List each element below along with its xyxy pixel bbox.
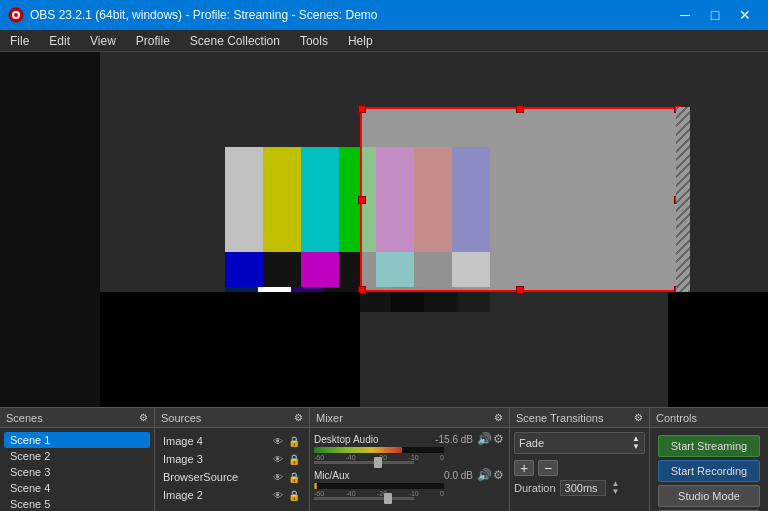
- scenes-header: Scenes ⚙: [0, 408, 154, 428]
- source-item-browsersource[interactable]: BrowserSource 👁 🔒: [159, 468, 305, 486]
- resize-handle-tl[interactable]: [358, 105, 366, 113]
- duration-value[interactable]: 300ms: [560, 480, 606, 496]
- transitions-header: Scene Transitions ⚙: [510, 408, 649, 428]
- resize-handle-tm[interactable]: [516, 105, 524, 113]
- mixer-mic-ticks: -60 -40 -20 -10 0: [314, 490, 444, 497]
- mixer-channel-mic: Mic/Aux 0.0 dB 🔊 ⚙ -60 -40 -20 -10 0: [314, 468, 505, 500]
- source-lock-icon-image3[interactable]: 🔒: [287, 452, 301, 466]
- mixer-desktop-mute[interactable]: 🔊: [477, 432, 491, 446]
- controls-label: Controls: [656, 412, 697, 424]
- transition-add-button[interactable]: +: [514, 460, 534, 476]
- transition-remove-button[interactable]: −: [538, 460, 558, 476]
- scene-item-4[interactable]: Scene 4: [4, 480, 150, 496]
- mixer-mic-mute[interactable]: 🔊: [477, 468, 491, 482]
- scene-item-5[interactable]: Scene 5: [4, 496, 150, 511]
- transitions-config-icon[interactable]: ⚙: [634, 412, 643, 423]
- fade-select[interactable]: Fade ▲ ▼: [514, 432, 645, 454]
- mixer-desktop-settings[interactable]: ⚙: [491, 432, 505, 446]
- scenes-panel: Scenes ⚙ Scene 1 Scene 2 Scene 3 Scene 4…: [0, 408, 155, 511]
- studio-mode-button[interactable]: Studio Mode: [658, 485, 760, 507]
- duration-arrows: ▲ ▼: [612, 480, 620, 496]
- source-eye-icon-image2[interactable]: 👁: [271, 488, 285, 502]
- close-button[interactable]: ✕: [730, 0, 760, 30]
- mixer-desktop-slider[interactable]: [314, 461, 414, 464]
- mixer-desktop-name: Desktop Audio: [314, 434, 435, 445]
- mixer-desktop-thumb[interactable]: [374, 457, 382, 468]
- mixer-config-icon[interactable]: ⚙: [494, 412, 503, 423]
- mixer-panel: Mixer ⚙ Desktop Audio -15.6 dB 🔊 ⚙ -60 -…: [310, 408, 510, 511]
- mixer-mic-db: 0.0 dB: [444, 470, 473, 481]
- source-item-image2[interactable]: Image 2 👁 🔒: [159, 486, 305, 504]
- menubar: File Edit View Profile Scene Collection …: [0, 30, 768, 52]
- resize-handle-ml[interactable]: [358, 196, 366, 204]
- sources-list: Image 4 👁 🔒 Image 3 👁 🔒 BrowserSource 👁 …: [155, 428, 309, 511]
- transitions-label: Scene Transitions: [516, 412, 603, 424]
- source-eye-icon-image3[interactable]: 👁: [271, 452, 285, 466]
- minimize-button[interactable]: ─: [670, 0, 700, 30]
- sources-config-icon[interactable]: ⚙: [294, 412, 303, 423]
- mixer-mic-thumb[interactable]: [384, 493, 392, 504]
- mixer-channel-desktop: Desktop Audio -15.6 dB 🔊 ⚙ -60 -40 -20 -…: [314, 432, 505, 464]
- black-bottom: [100, 292, 360, 407]
- scenes-list: Scene 1 Scene 2 Scene 3 Scene 4 Scene 5 …: [0, 428, 154, 511]
- controls-panel: Controls Start Streaming Start Recording…: [650, 408, 768, 511]
- mixer-content: Desktop Audio -15.6 dB 🔊 ⚙ -60 -40 -20 -…: [310, 428, 509, 511]
- resize-handle-bm[interactable]: [516, 286, 524, 294]
- bottom-panel: Scenes ⚙ Scene 1 Scene 2 Scene 3 Scene 4…: [0, 407, 768, 511]
- source-eye-icon-image4[interactable]: 👁: [271, 434, 285, 448]
- mixer-mic-meter-fill: [314, 483, 317, 489]
- source-eye-icon-browsersource[interactable]: 👁: [271, 470, 285, 484]
- menu-profile[interactable]: Profile: [126, 30, 180, 52]
- menu-scene-collection[interactable]: Scene Collection: [180, 30, 290, 52]
- menu-help[interactable]: Help: [338, 30, 383, 52]
- menu-tools[interactable]: Tools: [290, 30, 338, 52]
- scene-item-2[interactable]: Scene 2: [4, 448, 150, 464]
- mixer-mic-name: Mic/Aux: [314, 470, 444, 481]
- start-recording-button[interactable]: Start Recording: [658, 460, 760, 482]
- menu-file[interactable]: File: [0, 30, 39, 52]
- app-icon: [8, 7, 24, 23]
- menu-edit[interactable]: Edit: [39, 30, 80, 52]
- mixer-mic-settings[interactable]: ⚙: [491, 468, 505, 482]
- duration-label: Duration: [514, 482, 556, 494]
- sources-label: Sources: [161, 412, 201, 424]
- mixer-desktop-slider-row: [314, 461, 505, 464]
- fade-label: Fade: [519, 437, 632, 449]
- source-name-image2: Image 2: [163, 489, 271, 501]
- mixer-mic-slider-row: [314, 497, 505, 500]
- scene-item-1[interactable]: Scene 1: [4, 432, 150, 448]
- mixer-desktop-meter: [314, 447, 444, 453]
- black-right: [668, 292, 768, 407]
- titlebar: OBS 23.2.1 (64bit, windows) - Profile: S…: [0, 0, 768, 30]
- source-item-image3[interactable]: Image 3 👁 🔒: [159, 450, 305, 468]
- source-lock-icon-image4[interactable]: 🔒: [287, 434, 301, 448]
- start-streaming-button[interactable]: Start Streaming: [658, 435, 760, 457]
- source-name-image4: Image 4: [163, 435, 271, 447]
- window-controls: ─ □ ✕: [670, 0, 760, 30]
- controls-content: Start Streaming Start Recording Studio M…: [650, 428, 768, 511]
- hatch-pattern: [676, 107, 690, 292]
- duration-down-arrow[interactable]: ▼: [612, 488, 620, 496]
- scenes-config-icon[interactable]: ⚙: [139, 412, 148, 423]
- source-lock-icon-image2[interactable]: 🔒: [287, 488, 301, 502]
- source-lock-icon-browsersource[interactable]: 🔒: [287, 470, 301, 484]
- maximize-button[interactable]: □: [700, 0, 730, 30]
- scene-item-3[interactable]: Scene 3: [4, 464, 150, 480]
- mixer-desktop-db: -15.6 dB: [435, 434, 473, 445]
- transitions-panel: Scene Transitions ⚙ Fade ▲ ▼ + − Duratio…: [510, 408, 650, 511]
- black-left: [0, 52, 100, 407]
- mixer-mic-slider[interactable]: [314, 497, 414, 500]
- preview-canvas-area: [0, 52, 768, 407]
- mixer-label: Mixer: [316, 412, 343, 424]
- source-item-image4[interactable]: Image 4 👁 🔒: [159, 432, 305, 450]
- window-title: OBS 23.2.1 (64bit, windows) - Profile: S…: [30, 8, 670, 22]
- fade-arrows: ▲ ▼: [632, 435, 640, 451]
- menu-view[interactable]: View: [80, 30, 126, 52]
- source-name-browsersource: BrowserSource: [163, 471, 271, 483]
- fade-arrow-down: ▼: [632, 443, 640, 451]
- controls-header: Controls: [650, 408, 768, 428]
- mixer-header: Mixer ⚙: [310, 408, 509, 428]
- mixer-mic-meter: [314, 483, 444, 489]
- plus-minus-row: + −: [514, 460, 645, 476]
- selected-source-overlay[interactable]: [360, 107, 680, 292]
